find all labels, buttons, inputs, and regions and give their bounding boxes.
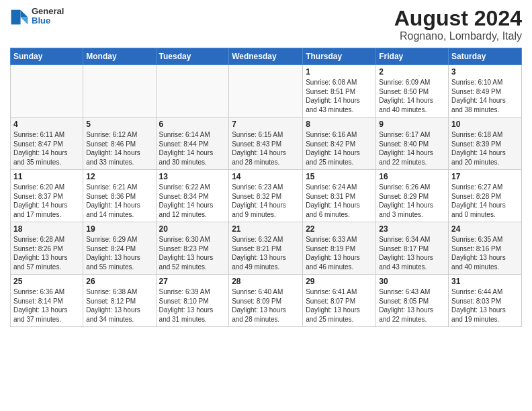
day-number: 30 xyxy=(379,277,445,286)
calendar-cell: 24Sunrise: 6:35 AMSunset: 8:16 PMDayligh… xyxy=(449,222,522,275)
day-info: Sunrise: 6:44 AMSunset: 8:03 PMDaylight:… xyxy=(451,287,519,324)
calendar-cell: 28Sunrise: 6:40 AMSunset: 8:09 PMDayligh… xyxy=(229,275,303,327)
day-number: 8 xyxy=(306,120,373,129)
calendar-cell: 13Sunrise: 6:22 AMSunset: 8:34 PMDayligh… xyxy=(156,170,229,222)
day-number: 15 xyxy=(306,172,373,181)
calendar-subtitle: Rognano, Lombardy, Italy xyxy=(394,30,522,42)
calendar-week-row: 4Sunrise: 6:11 AMSunset: 8:47 PMDaylight… xyxy=(11,118,522,170)
svg-marker-1 xyxy=(21,17,28,25)
day-number: 7 xyxy=(232,120,300,129)
day-info: Sunrise: 6:24 AMSunset: 8:31 PMDaylight:… xyxy=(306,183,373,219)
calendar-cell xyxy=(83,65,156,118)
calendar-week-row: 11Sunrise: 6:20 AMSunset: 8:37 PMDayligh… xyxy=(11,170,522,222)
header-saturday: Saturday xyxy=(449,48,522,65)
day-number: 25 xyxy=(13,277,80,286)
day-info: Sunrise: 6:12 AMSunset: 8:46 PMDaylight:… xyxy=(86,130,152,167)
header-friday: Friday xyxy=(376,48,449,65)
calendar-week-row: 25Sunrise: 6:36 AMSunset: 8:14 PMDayligh… xyxy=(11,275,522,327)
day-number: 31 xyxy=(451,277,519,286)
day-number: 12 xyxy=(86,172,152,181)
day-number: 9 xyxy=(379,120,445,129)
day-number: 2 xyxy=(379,67,445,77)
calendar-cell: 26Sunrise: 6:38 AMSunset: 8:12 PMDayligh… xyxy=(83,275,156,327)
calendar-cell: 27Sunrise: 6:39 AMSunset: 8:10 PMDayligh… xyxy=(156,275,229,327)
day-number: 29 xyxy=(306,277,373,286)
day-number: 16 xyxy=(379,172,445,181)
day-info: Sunrise: 6:40 AMSunset: 8:09 PMDaylight:… xyxy=(232,287,300,324)
day-info: Sunrise: 6:11 AMSunset: 8:47 PMDaylight:… xyxy=(13,130,80,167)
calendar-cell: 12Sunrise: 6:21 AMSunset: 8:36 PMDayligh… xyxy=(83,170,156,222)
day-info: Sunrise: 6:16 AMSunset: 8:42 PMDaylight:… xyxy=(306,130,373,167)
day-info: Sunrise: 6:34 AMSunset: 8:17 PMDaylight:… xyxy=(379,235,445,271)
logo-text: General Blue xyxy=(32,7,64,26)
calendar-cell xyxy=(11,65,83,118)
header: General Blue August 2024 Rognano, Lombar… xyxy=(10,7,522,42)
calendar-cell: 18Sunrise: 6:28 AMSunset: 8:26 PMDayligh… xyxy=(11,222,83,275)
day-info: Sunrise: 6:17 AMSunset: 8:40 PMDaylight:… xyxy=(379,130,445,167)
day-number: 18 xyxy=(13,224,80,234)
svg-rect-2 xyxy=(11,10,21,25)
calendar-title: August 2024 xyxy=(394,7,522,30)
day-info: Sunrise: 6:28 AMSunset: 8:26 PMDaylight:… xyxy=(13,235,80,271)
title-block: August 2024 Rognano, Lombardy, Italy xyxy=(394,7,522,42)
day-number: 21 xyxy=(232,224,300,234)
day-info: Sunrise: 6:33 AMSunset: 8:19 PMDaylight:… xyxy=(306,235,373,271)
day-number: 22 xyxy=(306,224,373,234)
day-info: Sunrise: 6:38 AMSunset: 8:12 PMDaylight:… xyxy=(86,287,152,324)
day-info: Sunrise: 6:22 AMSunset: 8:34 PMDaylight:… xyxy=(159,183,226,219)
day-number: 26 xyxy=(86,277,152,286)
calendar-cell: 31Sunrise: 6:44 AMSunset: 8:03 PMDayligh… xyxy=(449,275,522,327)
day-info: Sunrise: 6:09 AMSunset: 8:50 PMDaylight:… xyxy=(379,78,445,114)
day-info: Sunrise: 6:23 AMSunset: 8:32 PMDaylight:… xyxy=(232,183,300,219)
calendar-cell: 16Sunrise: 6:26 AMSunset: 8:29 PMDayligh… xyxy=(376,170,449,222)
logo: General Blue xyxy=(10,7,64,26)
header-thursday: Thursday xyxy=(303,48,376,65)
calendar-cell: 20Sunrise: 6:30 AMSunset: 8:23 PMDayligh… xyxy=(156,222,229,275)
day-info: Sunrise: 6:30 AMSunset: 8:23 PMDaylight:… xyxy=(159,235,226,271)
calendar-table: Sunday Monday Tuesday Wednesday Thursday… xyxy=(10,48,522,327)
calendar-cell: 2Sunrise: 6:09 AMSunset: 8:50 PMDaylight… xyxy=(376,65,449,118)
page: General Blue August 2024 Rognano, Lombar… xyxy=(0,0,532,411)
calendar-cell: 25Sunrise: 6:36 AMSunset: 8:14 PMDayligh… xyxy=(11,275,83,327)
calendar-cell: 21Sunrise: 6:32 AMSunset: 8:21 PMDayligh… xyxy=(229,222,303,275)
calendar-cell: 10Sunrise: 6:18 AMSunset: 8:39 PMDayligh… xyxy=(449,118,522,170)
calendar-cell: 1Sunrise: 6:08 AMSunset: 8:51 PMDaylight… xyxy=(303,65,376,118)
calendar-cell xyxy=(229,65,303,118)
day-info: Sunrise: 6:29 AMSunset: 8:24 PMDaylight:… xyxy=(86,235,152,271)
calendar-cell: 6Sunrise: 6:14 AMSunset: 8:44 PMDaylight… xyxy=(156,118,229,170)
day-number: 13 xyxy=(159,172,226,181)
day-info: Sunrise: 6:08 AMSunset: 8:51 PMDaylight:… xyxy=(306,78,373,114)
day-number: 17 xyxy=(451,172,519,181)
calendar-cell: 5Sunrise: 6:12 AMSunset: 8:46 PMDaylight… xyxy=(83,118,156,170)
day-info: Sunrise: 6:43 AMSunset: 8:05 PMDaylight:… xyxy=(379,287,445,324)
calendar-cell xyxy=(156,65,229,118)
day-number: 19 xyxy=(86,224,152,234)
logo-blue: Blue xyxy=(32,16,64,26)
header-sunday: Sunday xyxy=(11,48,83,65)
calendar-cell: 19Sunrise: 6:29 AMSunset: 8:24 PMDayligh… xyxy=(83,222,156,275)
day-info: Sunrise: 6:36 AMSunset: 8:14 PMDaylight:… xyxy=(13,287,80,324)
day-info: Sunrise: 6:35 AMSunset: 8:16 PMDaylight:… xyxy=(451,235,519,271)
svg-marker-0 xyxy=(21,10,28,17)
weekday-header-row: Sunday Monday Tuesday Wednesday Thursday… xyxy=(11,48,522,65)
calendar-cell: 29Sunrise: 6:41 AMSunset: 8:07 PMDayligh… xyxy=(303,275,376,327)
calendar-cell: 30Sunrise: 6:43 AMSunset: 8:05 PMDayligh… xyxy=(376,275,449,327)
day-info: Sunrise: 6:26 AMSunset: 8:29 PMDaylight:… xyxy=(379,183,445,219)
calendar-cell: 7Sunrise: 6:15 AMSunset: 8:43 PMDaylight… xyxy=(229,118,303,170)
day-number: 3 xyxy=(451,67,519,77)
calendar-cell: 22Sunrise: 6:33 AMSunset: 8:19 PMDayligh… xyxy=(303,222,376,275)
day-number: 11 xyxy=(13,172,80,181)
day-number: 1 xyxy=(306,67,373,77)
header-monday: Monday xyxy=(83,48,156,65)
calendar-cell: 11Sunrise: 6:20 AMSunset: 8:37 PMDayligh… xyxy=(11,170,83,222)
header-tuesday: Tuesday xyxy=(156,48,229,65)
calendar-cell: 15Sunrise: 6:24 AMSunset: 8:31 PMDayligh… xyxy=(303,170,376,222)
day-info: Sunrise: 6:18 AMSunset: 8:39 PMDaylight:… xyxy=(451,130,519,167)
day-info: Sunrise: 6:20 AMSunset: 8:37 PMDaylight:… xyxy=(13,183,80,219)
calendar-cell: 8Sunrise: 6:16 AMSunset: 8:42 PMDaylight… xyxy=(303,118,376,170)
day-info: Sunrise: 6:41 AMSunset: 8:07 PMDaylight:… xyxy=(306,287,373,324)
day-info: Sunrise: 6:14 AMSunset: 8:44 PMDaylight:… xyxy=(159,130,226,167)
day-info: Sunrise: 6:21 AMSunset: 8:36 PMDaylight:… xyxy=(86,183,152,219)
day-number: 27 xyxy=(159,277,226,286)
calendar-cell: 23Sunrise: 6:34 AMSunset: 8:17 PMDayligh… xyxy=(376,222,449,275)
